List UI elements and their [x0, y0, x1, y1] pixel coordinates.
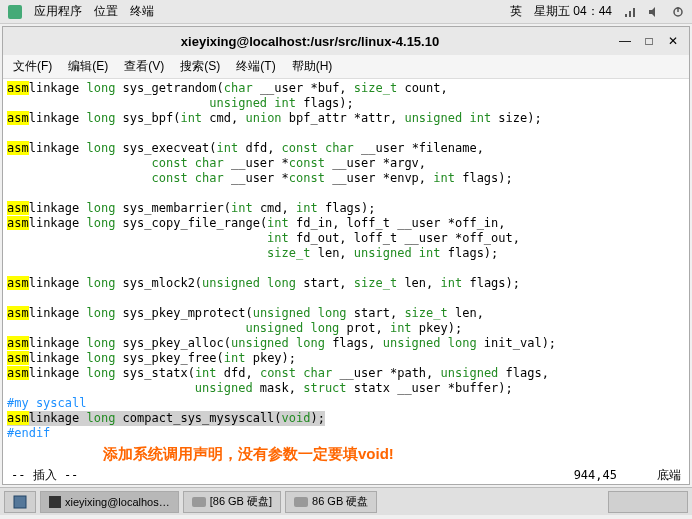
svg-rect-6 [14, 496, 26, 508]
network-icon[interactable] [624, 6, 636, 18]
disk-icon [192, 497, 206, 507]
maximize-button[interactable]: □ [641, 33, 657, 49]
menu-edit[interactable]: 编辑(E) [62, 56, 114, 77]
taskbar-item-disk2[interactable]: 86 GB 硬盘 [285, 491, 377, 513]
vim-mode: -- 插入 -- [11, 467, 78, 484]
svg-rect-0 [625, 14, 627, 17]
svg-rect-7 [49, 496, 61, 508]
window-title: xieyixing@localhost:/usr/src/linux-4.15.… [11, 34, 609, 49]
taskbar-item-disk1[interactable]: [86 GB 硬盘] [183, 491, 281, 513]
vim-statusline: -- 插入 -- 944,45 底端 [3, 466, 689, 484]
panel-terminal[interactable]: 终端 [130, 3, 154, 20]
comment-endif: #endif [7, 426, 50, 440]
menu-help[interactable]: 帮助(H) [286, 56, 339, 77]
vim-percent: 底端 [657, 467, 681, 484]
menu-terminal[interactable]: 终端(T) [230, 56, 281, 77]
minimize-button[interactable]: — [617, 33, 633, 49]
power-icon[interactable] [672, 6, 684, 18]
titlebar: xieyixing@localhost:/usr/src/linux-4.15.… [3, 27, 689, 55]
editor-area[interactable]: asmlinkage long sys_getrandom(char __use… [3, 79, 689, 443]
svg-marker-3 [649, 7, 655, 17]
show-desktop-button[interactable] [4, 491, 36, 513]
svg-rect-1 [629, 11, 631, 17]
menu-search[interactable]: 搜索(S) [174, 56, 226, 77]
clock[interactable]: 星期五 04：44 [534, 3, 612, 20]
panel-places[interactable]: 位置 [94, 3, 118, 20]
menubar: 文件(F) 编辑(E) 查看(V) 搜索(S) 终端(T) 帮助(H) [3, 55, 689, 79]
gnome-logo-icon [8, 5, 22, 19]
top-panel: 应用程序 位置 终端 英 星期五 04：44 [0, 0, 692, 24]
workspace-switcher[interactable] [608, 491, 688, 513]
input-method-indicator[interactable]: 英 [510, 3, 522, 20]
close-button[interactable]: ✕ [665, 33, 681, 49]
comment-my-syscall: #my syscall [7, 396, 86, 410]
menu-file[interactable]: 文件(F) [7, 56, 58, 77]
disk-icon [294, 497, 308, 507]
terminal-window: xieyixing@localhost:/usr/src/linux-4.15.… [2, 26, 690, 485]
panel-applications[interactable]: 应用程序 [34, 3, 82, 20]
vim-position: 944,45 [574, 468, 617, 482]
bottom-taskbar: xieyixing@localhos… [86 GB 硬盘] 86 GB 硬盘 [0, 487, 692, 515]
svg-rect-2 [633, 8, 635, 17]
menu-view[interactable]: 查看(V) [118, 56, 170, 77]
volume-icon[interactable] [648, 6, 660, 18]
annotation-text: 添加系统调用声明，没有参数一定要填void! [3, 443, 689, 466]
taskbar-item-terminal[interactable]: xieyixing@localhos… [40, 491, 179, 513]
